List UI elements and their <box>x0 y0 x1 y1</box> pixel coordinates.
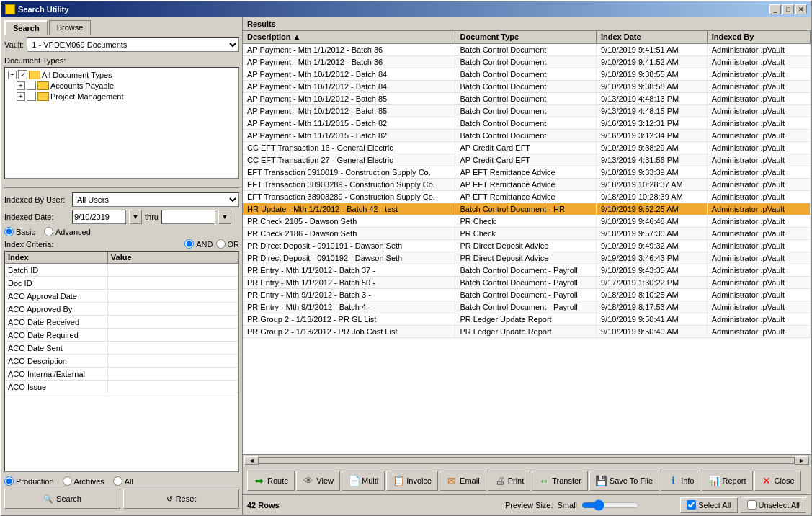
criteria-value[interactable] <box>107 277 238 290</box>
tree-checkbox-all[interactable]: ✓ <box>18 70 27 79</box>
date-to-picker[interactable]: ▼ <box>218 210 231 224</box>
criteria-row[interactable]: ACO Internal/External <box>5 368 238 381</box>
tree-checkbox-pm[interactable] <box>27 92 36 101</box>
horiz-scroll-bar[interactable]: ◄ ► <box>243 454 811 466</box>
tree-expand-all[interactable]: + <box>8 71 17 79</box>
table-row[interactable]: PR Direct Deposit - 0910191 - Dawson Set… <box>243 239 811 252</box>
results-scroll-area[interactable]: Description ▲ Document Type Index Date I… <box>243 31 811 454</box>
table-row[interactable]: PR Group 2 - 1/13/2012 - PR GL List PR L… <box>243 313 811 325</box>
preview-slider[interactable] <box>581 499 639 511</box>
unselect-all-checkbox[interactable] <box>747 500 757 510</box>
criteria-row[interactable]: Batch ID <box>5 264 238 277</box>
table-row[interactable]: PR Check 2186 - Dawson Seth PR Check 9/1… <box>243 227 811 239</box>
table-row[interactable]: AP Payment - Mth 10/1/2012 - Batch 85 Ba… <box>243 104 811 117</box>
report-button[interactable]: 📊 Report <box>702 471 752 491</box>
table-row[interactable]: AP Payment - Mth 1/1/2012 - Batch 36 Bat… <box>243 43 811 55</box>
multi-button[interactable]: 📄 Multi <box>342 471 385 491</box>
print-button[interactable]: 🖨 Print <box>488 471 531 491</box>
criteria-value[interactable] <box>107 264 238 277</box>
tab-search[interactable]: Search <box>4 20 48 35</box>
table-row[interactable]: PR Group 2 - 1/13/2012 - PR Job Cost Lis… <box>243 325 811 337</box>
criteria-table[interactable]: Index Value Batch ID Doc ID ACO Approval… <box>4 251 239 472</box>
radio-and[interactable]: AND <box>184 239 213 249</box>
criteria-value[interactable] <box>107 381 238 393</box>
info-button[interactable]: ℹ Info <box>661 471 700 491</box>
minimize-button[interactable]: _ <box>769 4 781 14</box>
col-header-doctype[interactable]: Document Type <box>455 31 597 43</box>
save-to-file-button[interactable]: 💾 Save To File <box>589 471 659 491</box>
criteria-row[interactable]: ACO Date Received <box>5 316 238 329</box>
select-all-checkbox[interactable] <box>687 500 696 510</box>
maximize-button[interactable]: □ <box>782 4 794 14</box>
criteria-value[interactable] <box>107 303 238 316</box>
email-button[interactable]: ✉ Email <box>440 471 486 491</box>
table-row[interactable]: EFT Transaction 0910019 - Construction S… <box>243 166 811 178</box>
criteria-row[interactable]: Doc ID <box>5 277 238 290</box>
table-row[interactable]: CC EFT Transaction 16 - General Electric… <box>243 141 811 154</box>
col-header-indexdate[interactable]: Index Date <box>596 31 707 43</box>
tree-checkbox-ap[interactable] <box>27 81 36 90</box>
transfer-button[interactable]: ↔ Transfer <box>532 471 588 491</box>
criteria-row[interactable]: ACO Description <box>5 355 238 368</box>
table-row[interactable]: AP Payment - Mth 1/1/2012 - Batch 36 Bat… <box>243 55 811 68</box>
table-row[interactable]: EFT Transaction 38903289 - Construction … <box>243 178 811 190</box>
criteria-value[interactable] <box>107 316 238 329</box>
table-row[interactable]: EFT Transaction 38903289 - Construction … <box>243 190 811 203</box>
results-table-container[interactable]: Description ▲ Document Type Index Date I… <box>243 31 811 454</box>
table-row[interactable]: HR Update - Mth 1/1/2012 - Batch 42 - te… <box>243 203 811 215</box>
criteria-value[interactable] <box>107 290 238 303</box>
scroll-left-btn[interactable]: ◄ <box>244 456 259 465</box>
radio-advanced[interactable]: Advanced <box>44 227 91 236</box>
table-row[interactable]: AP Payment - Mth 11/1/2015 - Batch 82 Ba… <box>243 117 811 129</box>
table-row[interactable]: CC EFT Transaction 27 - General Electric… <box>243 154 811 166</box>
table-row[interactable]: AP Payment - Mth 11/1/2015 - Batch 82 Ba… <box>243 129 811 141</box>
tree-item-all[interactable]: + ✓ All Document Types <box>6 69 237 80</box>
tree-expand-ap[interactable]: + <box>17 81 25 90</box>
radio-production[interactable]: Production <box>4 476 54 486</box>
criteria-value[interactable] <box>107 329 238 342</box>
table-row[interactable]: AP Payment - Mth 10/1/2012 - Batch 85 Ba… <box>243 92 811 104</box>
criteria-row[interactable]: ACO Date Required <box>5 329 238 342</box>
tree-item-ap[interactable]: + Accounts Payable <box>6 80 237 91</box>
close-window-button[interactable]: ✕ <box>795 4 807 14</box>
criteria-row[interactable]: ACO Issue <box>5 381 238 393</box>
tree-expand-pm[interactable]: + <box>17 92 25 101</box>
date-from-input[interactable] <box>72 210 126 224</box>
reset-button[interactable]: ↺ Reset <box>123 489 239 509</box>
table-row[interactable]: PR Entry - Mth 1/1/2012 - Batch 50 - Bat… <box>243 276 811 288</box>
criteria-row[interactable]: ACO Approval Date <box>5 290 238 303</box>
select-all-button[interactable]: Select All <box>680 497 737 513</box>
table-row[interactable]: PR Entry - Mth 9/1/2012 - Batch 4 - Batc… <box>243 301 811 313</box>
criteria-value[interactable] <box>107 368 238 381</box>
date-from-picker[interactable]: ▼ <box>129 210 142 224</box>
table-row[interactable]: AP Payment - Mth 10/1/2012 - Batch 84 Ba… <box>243 80 811 92</box>
table-row[interactable]: PR Check 2185 - Dawson Seth PR Check 9/1… <box>243 215 811 227</box>
table-row[interactable]: PR Direct Deposit - 0910192 - Dawson Set… <box>243 252 811 264</box>
cell-indexdate: 9/19/2019 3:46:43 PM <box>596 252 707 264</box>
vault-select[interactable]: 1 - VPDEM069 Documents <box>27 37 239 52</box>
tab-browse[interactable]: Browse <box>49 20 92 35</box>
radio-basic[interactable]: Basic <box>4 227 35 236</box>
table-row[interactable]: AP Payment - Mth 10/1/2012 - Batch 84 Ba… <box>243 68 811 80</box>
col-header-description[interactable]: Description ▲ <box>243 31 455 43</box>
route-button[interactable]: ➡ Route <box>247 471 295 491</box>
close-button[interactable]: ✕ Close <box>754 471 801 491</box>
date-to-input[interactable] <box>161 210 215 224</box>
tree-item-pm[interactable]: + Project Management <box>6 91 237 102</box>
criteria-row[interactable]: ACO Date Sent <box>5 342 238 355</box>
invoice-button[interactable]: 📋 Invoice <box>386 471 438 491</box>
search-button[interactable]: 🔍 Search <box>4 489 120 509</box>
radio-or[interactable]: OR <box>216 239 240 249</box>
indexed-by-select[interactable]: All Users <box>72 192 239 207</box>
table-row[interactable]: PR Entry - Mth 1/1/2012 - Batch 37 - Bat… <box>243 264 811 276</box>
criteria-value[interactable] <box>107 355 238 368</box>
criteria-value[interactable] <box>107 342 238 355</box>
unselect-all-button[interactable]: Unselect All <box>741 497 806 513</box>
view-button[interactable]: 👁 View <box>296 471 340 491</box>
scroll-right-btn[interactable]: ► <box>795 456 809 465</box>
criteria-row[interactable]: ACO Approved By <box>5 303 238 316</box>
radio-archives[interactable]: Archives <box>63 476 104 486</box>
col-header-indexedby[interactable]: Indexed By <box>707 31 810 43</box>
radio-all[interactable]: All <box>113 476 133 486</box>
table-row[interactable]: PR Entry - Mth 9/1/2012 - Batch 3 - Batc… <box>243 288 811 301</box>
